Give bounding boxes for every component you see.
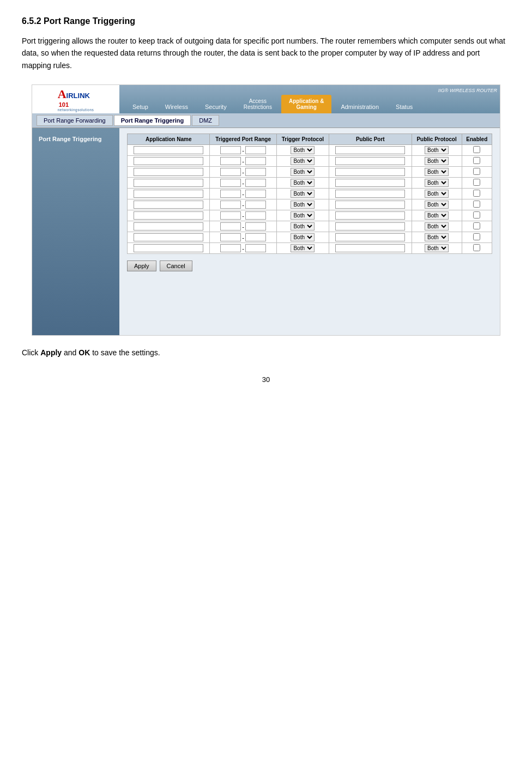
intro-paragraph: Port triggering allows the router to kee… (22, 35, 510, 71)
public-port-input-6[interactable] (335, 211, 405, 220)
sub-tab-dmz[interactable]: DMZ (192, 115, 219, 126)
footer-ok-bold: OK (78, 348, 90, 357)
enabled-checkbox-2[interactable] (473, 168, 480, 175)
app-name-input-7[interactable] (134, 222, 203, 231)
triggered-port-end-9[interactable] (245, 244, 266, 252)
dash-separator-9: - (241, 245, 245, 252)
trigger-protocol-select-9[interactable]: Both TCP UDP (291, 244, 315, 252)
trigger-protocol-select-5[interactable]: Both TCP UDP (291, 201, 315, 209)
enabled-checkbox-7[interactable] (473, 222, 480, 229)
app-name-input-3[interactable] (134, 179, 203, 187)
triggered-port-start-9[interactable] (220, 244, 241, 252)
trigger-protocol-select-8[interactable]: Both TCP UDP (291, 233, 315, 241)
enabled-checkbox-5[interactable] (473, 201, 480, 208)
cancel-button[interactable]: Cancel (160, 260, 192, 271)
wireless-router-badge: IIG® WIRELESS ROUTER (438, 88, 497, 93)
app-name-input-0[interactable] (134, 146, 203, 154)
trigger-protocol-select-4[interactable]: Both TCP UDP (291, 190, 315, 198)
dash-separator-3: - (241, 180, 245, 186)
triggered-port-end-7[interactable] (245, 222, 266, 231)
enabled-checkbox-3[interactable] (473, 179, 480, 186)
button-bar: Apply Cancel (127, 260, 492, 271)
nav-tab-access-restrictions[interactable]: AccessRestrictions (236, 95, 280, 113)
triggered-port-start-0[interactable] (220, 146, 241, 154)
enabled-checkbox-8[interactable] (473, 233, 480, 240)
main-content: Application Name Triggered Port Range Tr… (119, 128, 500, 335)
app-name-input-4[interactable] (134, 190, 203, 198)
nav-tab-application-gaming[interactable]: Application &Gaming (281, 95, 331, 113)
col-header-app-name: Application Name (128, 134, 210, 145)
public-protocol-select-3[interactable]: Both TCP UDP (425, 179, 449, 187)
triggered-port-start-7[interactable] (220, 222, 241, 231)
enabled-checkbox-0[interactable] (473, 146, 480, 153)
nav-tab-status[interactable]: Status (388, 100, 420, 113)
public-port-input-4[interactable] (335, 190, 405, 198)
public-port-input-7[interactable] (335, 222, 405, 231)
sidebar-title: Port Range Triggering (37, 134, 115, 144)
nav-tab-setup[interactable]: Setup (125, 100, 156, 113)
public-port-input-1[interactable] (335, 157, 405, 165)
triggered-port-start-5[interactable] (220, 201, 241, 209)
triggered-port-end-4[interactable] (245, 190, 266, 198)
nav-tab-security[interactable]: Security (197, 100, 234, 113)
sub-tab-port-range-triggering[interactable]: Port Range Triggering (114, 115, 191, 126)
public-protocol-select-7[interactable]: Both TCP UDP (425, 222, 449, 231)
table-row: - Both TCP UDP Both TCP UDP (128, 189, 492, 199)
public-port-input-2[interactable] (335, 168, 405, 176)
enabled-checkbox-6[interactable] (473, 211, 480, 219)
col-header-public-port: Public Port (329, 134, 412, 145)
triggered-port-start-1[interactable] (220, 157, 241, 165)
nav-tab-administration[interactable]: Administration (333, 100, 386, 113)
router-logo: A IRLINK 101 networkingsolutions (32, 85, 119, 113)
triggered-port-end-2[interactable] (245, 168, 266, 176)
table-row: - Both TCP UDP Both TCP UDP (128, 232, 492, 243)
triggered-port-start-2[interactable] (220, 168, 241, 176)
app-name-input-6[interactable] (134, 211, 203, 220)
public-protocol-select-4[interactable]: Both TCP UDP (425, 190, 449, 198)
app-name-input-1[interactable] (134, 157, 203, 165)
public-protocol-select-0[interactable]: Both TCP UDP (425, 146, 449, 154)
trigger-protocol-select-2[interactable]: Both TCP UDP (291, 168, 315, 176)
public-protocol-select-6[interactable]: Both TCP UDP (425, 211, 449, 220)
public-port-input-3[interactable] (335, 179, 405, 187)
public-port-input-9[interactable] (335, 244, 405, 252)
table-row: - Both TCP UDP Both TCP UDP (128, 145, 492, 156)
app-name-input-8[interactable] (134, 233, 203, 241)
nav-tab-wireless[interactable]: Wireless (158, 100, 196, 113)
enabled-checkbox-9[interactable] (473, 244, 480, 251)
public-port-input-0[interactable] (335, 146, 405, 154)
enabled-checkbox-1[interactable] (473, 157, 480, 164)
enabled-checkbox-4[interactable] (473, 190, 480, 197)
triggered-port-end-1[interactable] (245, 157, 266, 165)
app-name-input-9[interactable] (134, 244, 203, 252)
triggered-port-start-8[interactable] (220, 233, 241, 241)
trigger-protocol-select-6[interactable]: Both TCP UDP (291, 211, 315, 220)
table-row: - Both TCP UDP Both TCP UDP (128, 210, 492, 221)
trigger-protocol-select-7[interactable]: Both TCP UDP (291, 222, 315, 231)
dash-separator-7: - (241, 223, 245, 230)
public-port-input-8[interactable] (335, 233, 405, 241)
public-port-input-5[interactable] (335, 201, 405, 209)
apply-button[interactable]: Apply (127, 260, 156, 271)
triggered-port-end-6[interactable] (245, 211, 266, 220)
trigger-protocol-select-0[interactable]: Both TCP UDP (291, 146, 315, 154)
public-protocol-select-1[interactable]: Both TCP UDP (425, 157, 449, 165)
triggered-port-end-5[interactable] (245, 201, 266, 209)
router-frame: A IRLINK 101 networkingsolutions Setup W… (32, 84, 500, 336)
app-name-input-5[interactable] (134, 201, 203, 209)
triggered-port-start-4[interactable] (220, 190, 241, 198)
col-header-enabled: Enabled (462, 134, 492, 145)
public-protocol-select-2[interactable]: Both TCP UDP (425, 168, 449, 176)
public-protocol-select-5[interactable]: Both TCP UDP (425, 201, 449, 209)
triggered-port-end-0[interactable] (245, 146, 266, 154)
triggered-port-end-8[interactable] (245, 233, 266, 241)
triggered-port-start-6[interactable] (220, 211, 241, 220)
trigger-protocol-select-1[interactable]: Both TCP UDP (291, 157, 315, 165)
public-protocol-select-8[interactable]: Both TCP UDP (425, 233, 449, 241)
triggered-port-start-3[interactable] (220, 179, 241, 187)
public-protocol-select-9[interactable]: Both TCP UDP (425, 244, 449, 252)
trigger-protocol-select-3[interactable]: Both TCP UDP (291, 179, 315, 187)
triggered-port-end-3[interactable] (245, 179, 266, 187)
sub-tab-port-range-forwarding[interactable]: Port Range Forwarding (37, 115, 113, 126)
app-name-input-2[interactable] (134, 168, 203, 176)
